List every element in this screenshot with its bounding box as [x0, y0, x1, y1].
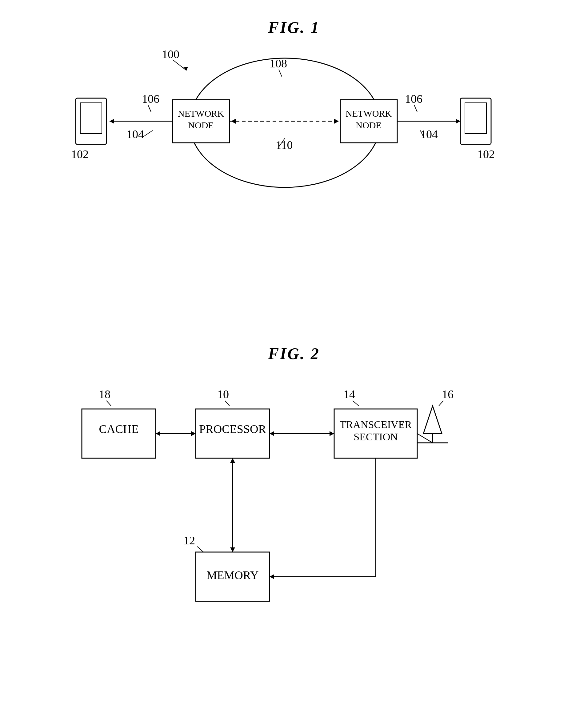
svg-marker-43: [230, 547, 235, 552]
fig2-diagram: 18 CACHE 10 PROCESSOR 14 TRANSCEIVER SEC…: [63, 381, 525, 658]
ref-110: 110: [276, 139, 293, 151]
fig1-diagram: 100 108 NETWORK NODE NETWORK NODE: [33, 40, 556, 212]
node2-label: NETWORK: [345, 108, 392, 119]
svg-line-15: [143, 130, 153, 137]
page: FIG. 1 100 108 NETWORK NODE NETWORK NODE: [0, 0, 588, 725]
svg-line-38: [417, 434, 433, 443]
svg-line-24: [225, 401, 230, 406]
ref-106b: 106: [405, 92, 422, 105]
svg-marker-34: [191, 431, 196, 436]
svg-line-22: [106, 401, 111, 406]
svg-marker-19: [456, 119, 460, 124]
ref-102a: 102: [71, 148, 89, 161]
cache-label: CACHE: [99, 422, 139, 435]
ref-100: 100: [162, 48, 180, 61]
svg-rect-17: [465, 103, 486, 133]
svg-marker-36: [270, 431, 274, 436]
svg-line-28: [439, 401, 443, 406]
ref-12: 12: [183, 534, 195, 547]
svg-marker-13: [109, 119, 114, 124]
transceiver-label1: TRANSCEIVER: [339, 419, 412, 430]
processor-label: PROCESSOR: [199, 422, 266, 435]
node1-label: NETWORK: [178, 108, 224, 119]
svg-line-14: [148, 105, 151, 112]
svg-line-26: [353, 401, 359, 406]
ref-104a: 104: [126, 128, 144, 141]
node1-label2: NODE: [188, 120, 213, 130]
ref-14: 14: [343, 388, 355, 401]
svg-marker-46: [270, 574, 274, 579]
node2-label2: NODE: [356, 120, 381, 130]
fig2-container: FIG. 2 18 CACHE 10 PROCESSOR 14 TRANSCEI…: [0, 338, 588, 677]
ref-102b: 102: [477, 148, 495, 161]
svg-marker-29: [423, 406, 442, 434]
fig1-title: FIG. 1: [0, 18, 588, 37]
svg-marker-8: [334, 119, 339, 124]
ref-104b: 104: [420, 128, 438, 141]
memory-label: MEMORY: [207, 569, 258, 582]
svg-marker-7: [231, 119, 236, 124]
svg-rect-11: [80, 103, 102, 133]
svg-line-0: [173, 60, 187, 70]
ref-16: 16: [442, 388, 454, 401]
fig2-title: FIG. 2: [0, 345, 588, 363]
svg-marker-33: [156, 431, 160, 436]
svg-marker-37: [330, 431, 334, 436]
ref-10: 10: [217, 388, 229, 401]
transceiver-label2: SECTION: [354, 431, 398, 442]
svg-line-20: [414, 105, 417, 112]
svg-line-2: [279, 69, 282, 77]
ref-106a: 106: [142, 92, 160, 105]
ref-18: 18: [99, 388, 110, 401]
svg-marker-42: [230, 458, 235, 463]
fig1-container: FIG. 1 100 108 NETWORK NODE NETWORK NODE: [0, 12, 588, 212]
svg-line-39: [197, 546, 203, 552]
